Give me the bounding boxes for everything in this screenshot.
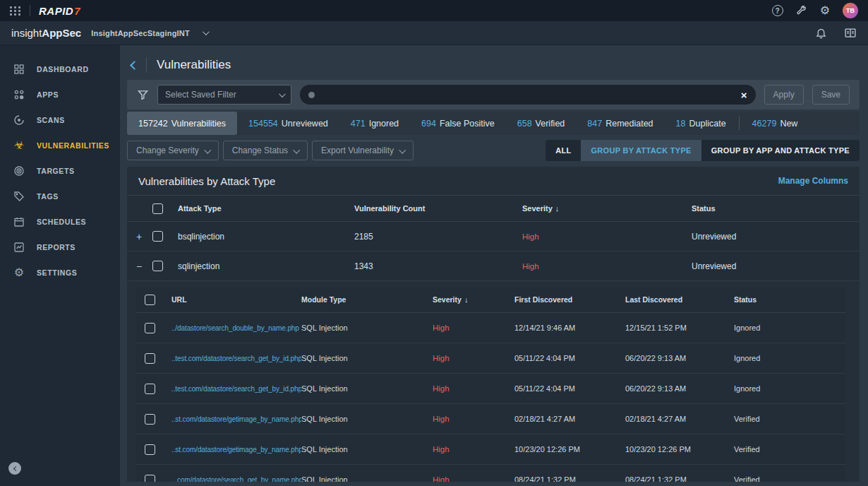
group-by-attack-type[interactable]: GROUP BY ATTACK TYPE: [581, 140, 701, 161]
scans-icon: [13, 114, 25, 126]
table-row: ..test.com/datastore/search_get_by_id.ph…: [136, 343, 845, 374]
sidebar-item-targets[interactable]: TARGETS: [0, 158, 120, 184]
sort-desc-icon: ↓: [555, 204, 560, 213]
sidebar-item-tags[interactable]: TAGS: [0, 184, 120, 209]
status-tabs: 157242Vulnerabilities 154554Unreviewed 4…: [127, 112, 860, 135]
group-by-all[interactable]: ALL: [545, 140, 581, 161]
sidebar: DASHBOARD APPS SCANS ☣ VULNERABILITIES: [0, 45, 120, 486]
row-checkbox[interactable]: [145, 384, 155, 394]
chevron-down-icon: [399, 146, 406, 153]
severity-badge: High: [522, 232, 692, 241]
vulnerability-url-link[interactable]: ../datastore/search_double_by_name.php: [171, 324, 301, 332]
chevron-down-icon[interactable]: [203, 28, 210, 35]
row-checkbox[interactable]: [145, 444, 155, 455]
manage-columns-link[interactable]: Manage Columns: [778, 176, 848, 186]
divider: [146, 57, 147, 73]
save-button[interactable]: Save: [812, 85, 850, 105]
severity-badge: High: [433, 415, 514, 423]
rapid7-logo: RAPID7: [39, 5, 80, 17]
table-row: − sqlinjection 1343 High Unreviewed: [127, 251, 860, 281]
gear-icon[interactable]: ⚙: [820, 5, 830, 16]
tab-false-positive[interactable]: 694False Positive: [410, 112, 506, 135]
attack-table-header: Attack Type Vulnerability Count Severity…: [127, 195, 860, 222]
severity-badge: High: [433, 354, 514, 362]
sidebar-item-scans[interactable]: SCANS: [0, 107, 120, 133]
select-all-checkbox[interactable]: [152, 203, 163, 214]
apps-icon: [13, 88, 25, 101]
vulnerability-url-link[interactable]: ...com/datastore/search_get_by_name.php: [171, 476, 301, 482]
severity-badge: High: [433, 384, 514, 393]
saved-filter-select[interactable]: Select Saved Filter: [157, 85, 291, 105]
table-row: ..st.com/datastore/getimage_by_name.php …: [136, 434, 845, 465]
top-bar: RAPID7 ? ⚙ TB: [0, 0, 868, 21]
tag-icon: [13, 190, 25, 203]
filter-bar: Select Saved Filter × Apply Save: [127, 80, 860, 109]
chevron-down-icon: [293, 146, 300, 153]
severity-badge: High: [433, 475, 514, 482]
filter-query-input[interactable]: ×: [300, 85, 756, 105]
detail-table-header: URL Module Type Severity↓ First Discover…: [136, 287, 845, 313]
select-all-checkbox[interactable]: [145, 295, 155, 305]
expand-row-button[interactable]: +: [134, 231, 144, 242]
calendar-icon: [13, 215, 25, 228]
clear-filter-icon[interactable]: ×: [741, 90, 747, 100]
vulnerability-url-link[interactable]: ..st.com/datastore/getimage_by_name.php: [171, 446, 301, 454]
sidebar-item-settings[interactable]: ⚙ SETTINGS: [0, 260, 120, 285]
change-status-button[interactable]: Change Status: [223, 141, 308, 160]
group-by-control: ALL GROUP BY ATTACK TYPE GROUP BY APP AN…: [545, 140, 860, 161]
collapse-row-button[interactable]: −: [134, 261, 144, 272]
biohazard-icon: ☣: [13, 139, 25, 152]
brand-text: RAPID: [39, 5, 73, 17]
chevron-down-icon: [279, 90, 286, 97]
sidebar-item-dashboard[interactable]: DASHBOARD: [0, 57, 120, 82]
divider: [739, 117, 740, 130]
sidebar-collapse-button[interactable]: [8, 462, 21, 475]
row-checkbox[interactable]: [145, 323, 155, 333]
severity-badge: High: [433, 445, 514, 454]
back-button[interactable]: [130, 61, 139, 70]
org-selector[interactable]: InsightAppSecStagingINT: [91, 29, 190, 37]
product-name: insightAppSec: [11, 27, 81, 39]
funnel-icon: [137, 89, 149, 101]
brand-seven: 7: [74, 5, 80, 17]
report-chart-icon: [13, 241, 25, 254]
expanded-detail-table: URL Module Type Severity↓ First Discover…: [136, 287, 845, 482]
row-checkbox[interactable]: [152, 231, 163, 242]
row-checkbox[interactable]: [152, 261, 163, 271]
row-checkbox[interactable]: [145, 353, 155, 364]
severity-badge: High: [522, 262, 692, 271]
tab-verified[interactable]: 658Verified: [506, 112, 577, 135]
tab-vulnerabilities[interactable]: 157242Vulnerabilities: [127, 112, 237, 135]
vulnerability-url-link[interactable]: ..st.com/datastore/getimage_by_name.php: [171, 415, 301, 423]
change-severity-button[interactable]: Change Severity: [127, 141, 219, 160]
sidebar-item-schedules[interactable]: SCHEDULES: [0, 209, 120, 235]
app-bar: insightAppSec InsightAppSecStagingINT: [0, 21, 868, 45]
sidebar-item-vulnerabilities[interactable]: ☣ VULNERABILITIES: [0, 133, 120, 158]
tab-remediated[interactable]: 847Remediated: [576, 112, 664, 135]
main-content: Vulnerabilities Select Saved Filter × Ap…: [120, 45, 868, 486]
tab-new[interactable]: 46279New: [741, 112, 809, 135]
book-icon[interactable]: [844, 28, 857, 39]
card-title: Vulnerabilities by Attack Type: [138, 175, 275, 187]
wrench-icon[interactable]: [796, 5, 807, 16]
help-icon[interactable]: ?: [772, 5, 783, 16]
tab-duplicate[interactable]: 18Duplicate: [665, 112, 737, 135]
row-checkbox[interactable]: [145, 475, 155, 482]
vulnerability-url-link[interactable]: ..test.com/datastore/search_get_by_id.ph…: [171, 355, 301, 362]
avatar[interactable]: TB: [843, 3, 858, 18]
export-vulnerability-button[interactable]: Export Vulnerability: [312, 141, 414, 160]
divider: [30, 5, 30, 16]
bell-icon[interactable]: [815, 27, 827, 39]
sidebar-item-apps[interactable]: APPS: [0, 82, 120, 107]
app-launcher-icon[interactable]: [10, 6, 21, 16]
group-by-app-and-attack-type[interactable]: GROUP BY APP AND ATTACK TYPE: [701, 140, 860, 161]
severity-badge: High: [433, 324, 514, 332]
table-row: ...com/datastore/search_get_by_name.php …: [136, 465, 845, 482]
tab-unreviewed[interactable]: 154554Unreviewed: [237, 112, 339, 135]
vulnerability-url-link[interactable]: ..test.com/datastore/search_get_by_id.ph…: [171, 385, 301, 393]
sort-desc-icon: ↓: [464, 295, 469, 304]
apply-button[interactable]: Apply: [764, 85, 804, 105]
tab-ignored[interactable]: 471Ignored: [339, 112, 410, 135]
sidebar-item-reports[interactable]: REPORTS: [0, 235, 120, 260]
row-checkbox[interactable]: [145, 414, 155, 425]
